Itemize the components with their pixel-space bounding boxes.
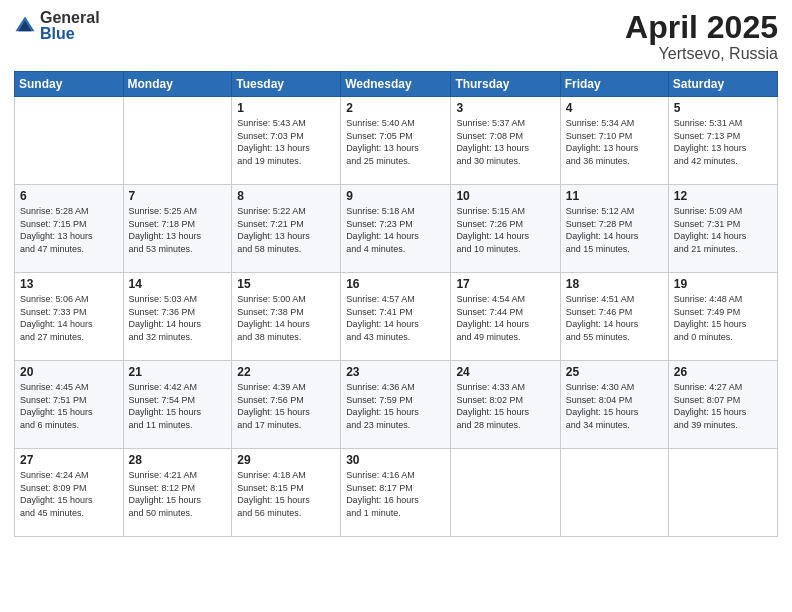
cell-text-w2-d5: Sunrise: 5:15 AMSunset: 7:26 PMDaylight:… (456, 205, 554, 255)
calendar-cell-w3-d4: 16Sunrise: 4:57 AMSunset: 7:41 PMDayligh… (341, 273, 451, 361)
calendar-cell-w3-d2: 14Sunrise: 5:03 AMSunset: 7:36 PMDayligh… (123, 273, 232, 361)
cell-text-w3-d6: Sunrise: 4:51 AMSunset: 7:46 PMDaylight:… (566, 293, 663, 343)
page: General Blue April 2025 Yertsevo, Russia… (0, 0, 792, 612)
logo-text: General Blue (40, 10, 100, 42)
calendar-week-1: 1Sunrise: 5:43 AMSunset: 7:03 PMDaylight… (15, 97, 778, 185)
calendar-cell-w2-d1: 6Sunrise: 5:28 AMSunset: 7:15 PMDaylight… (15, 185, 124, 273)
day-number-w3-d6: 18 (566, 277, 663, 291)
col-saturday: Saturday (668, 72, 777, 97)
day-number-w5-d2: 28 (129, 453, 227, 467)
cell-text-w2-d6: Sunrise: 5:12 AMSunset: 7:28 PMDaylight:… (566, 205, 663, 255)
calendar-cell-w4-d1: 20Sunrise: 4:45 AMSunset: 7:51 PMDayligh… (15, 361, 124, 449)
title-location: Yertsevo, Russia (625, 45, 778, 63)
day-number-w2-d4: 9 (346, 189, 445, 203)
day-number-w5-d1: 27 (20, 453, 118, 467)
calendar-cell-w5-d4: 30Sunrise: 4:16 AMSunset: 8:17 PMDayligh… (341, 449, 451, 537)
calendar-cell-w1-d5: 3Sunrise: 5:37 AMSunset: 7:08 PMDaylight… (451, 97, 560, 185)
day-number-w3-d3: 15 (237, 277, 335, 291)
title-block: April 2025 Yertsevo, Russia (625, 10, 778, 63)
calendar-header-row: Sunday Monday Tuesday Wednesday Thursday… (15, 72, 778, 97)
cell-text-w1-d5: Sunrise: 5:37 AMSunset: 7:08 PMDaylight:… (456, 117, 554, 167)
day-number-w4-d5: 24 (456, 365, 554, 379)
day-number-w4-d7: 26 (674, 365, 772, 379)
calendar-cell-w4-d2: 21Sunrise: 4:42 AMSunset: 7:54 PMDayligh… (123, 361, 232, 449)
day-number-w2-d7: 12 (674, 189, 772, 203)
cell-text-w4-d5: Sunrise: 4:33 AMSunset: 8:02 PMDaylight:… (456, 381, 554, 431)
col-thursday: Thursday (451, 72, 560, 97)
day-number-w4-d6: 25 (566, 365, 663, 379)
header: General Blue April 2025 Yertsevo, Russia (14, 10, 778, 63)
cell-text-w2-d1: Sunrise: 5:28 AMSunset: 7:15 PMDaylight:… (20, 205, 118, 255)
cell-text-w3-d7: Sunrise: 4:48 AMSunset: 7:49 PMDaylight:… (674, 293, 772, 343)
day-number-w2-d5: 10 (456, 189, 554, 203)
cell-text-w3-d4: Sunrise: 4:57 AMSunset: 7:41 PMDaylight:… (346, 293, 445, 343)
day-number-w2-d1: 6 (20, 189, 118, 203)
logo-general-text: General (40, 10, 100, 26)
logo-blue-text: Blue (40, 26, 100, 42)
day-number-w1-d4: 2 (346, 101, 445, 115)
cell-text-w2-d4: Sunrise: 5:18 AMSunset: 7:23 PMDaylight:… (346, 205, 445, 255)
day-number-w1-d7: 5 (674, 101, 772, 115)
cell-text-w5-d4: Sunrise: 4:16 AMSunset: 8:17 PMDaylight:… (346, 469, 445, 519)
calendar-cell-w3-d1: 13Sunrise: 5:06 AMSunset: 7:33 PMDayligh… (15, 273, 124, 361)
calendar-cell-w1-d6: 4Sunrise: 5:34 AMSunset: 7:10 PMDaylight… (560, 97, 668, 185)
day-number-w4-d2: 21 (129, 365, 227, 379)
cell-text-w4-d1: Sunrise: 4:45 AMSunset: 7:51 PMDaylight:… (20, 381, 118, 431)
cell-text-w4-d4: Sunrise: 4:36 AMSunset: 7:59 PMDaylight:… (346, 381, 445, 431)
cell-text-w4-d6: Sunrise: 4:30 AMSunset: 8:04 PMDaylight:… (566, 381, 663, 431)
calendar-cell-w2-d3: 8Sunrise: 5:22 AMSunset: 7:21 PMDaylight… (232, 185, 341, 273)
calendar-cell-w3-d3: 15Sunrise: 5:00 AMSunset: 7:38 PMDayligh… (232, 273, 341, 361)
calendar-week-2: 6Sunrise: 5:28 AMSunset: 7:15 PMDaylight… (15, 185, 778, 273)
cell-text-w4-d2: Sunrise: 4:42 AMSunset: 7:54 PMDaylight:… (129, 381, 227, 431)
calendar-cell-w2-d4: 9Sunrise: 5:18 AMSunset: 7:23 PMDaylight… (341, 185, 451, 273)
cell-text-w3-d2: Sunrise: 5:03 AMSunset: 7:36 PMDaylight:… (129, 293, 227, 343)
cell-text-w1-d3: Sunrise: 5:43 AMSunset: 7:03 PMDaylight:… (237, 117, 335, 167)
calendar-cell-w2-d5: 10Sunrise: 5:15 AMSunset: 7:26 PMDayligh… (451, 185, 560, 273)
day-number-w1-d5: 3 (456, 101, 554, 115)
cell-text-w2-d3: Sunrise: 5:22 AMSunset: 7:21 PMDaylight:… (237, 205, 335, 255)
logo-icon (14, 15, 36, 37)
cell-text-w1-d7: Sunrise: 5:31 AMSunset: 7:13 PMDaylight:… (674, 117, 772, 167)
calendar-table: Sunday Monday Tuesday Wednesday Thursday… (14, 71, 778, 537)
calendar-cell-w4-d4: 23Sunrise: 4:36 AMSunset: 7:59 PMDayligh… (341, 361, 451, 449)
col-wednesday: Wednesday (341, 72, 451, 97)
col-friday: Friday (560, 72, 668, 97)
calendar-cell-w4-d5: 24Sunrise: 4:33 AMSunset: 8:02 PMDayligh… (451, 361, 560, 449)
day-number-w4-d1: 20 (20, 365, 118, 379)
calendar-week-3: 13Sunrise: 5:06 AMSunset: 7:33 PMDayligh… (15, 273, 778, 361)
day-number-w3-d1: 13 (20, 277, 118, 291)
day-number-w3-d4: 16 (346, 277, 445, 291)
day-number-w4-d3: 22 (237, 365, 335, 379)
cell-text-w1-d6: Sunrise: 5:34 AMSunset: 7:10 PMDaylight:… (566, 117, 663, 167)
calendar-cell-w1-d2 (123, 97, 232, 185)
day-number-w2-d2: 7 (129, 189, 227, 203)
cell-text-w4-d3: Sunrise: 4:39 AMSunset: 7:56 PMDaylight:… (237, 381, 335, 431)
col-sunday: Sunday (15, 72, 124, 97)
calendar-cell-w4-d3: 22Sunrise: 4:39 AMSunset: 7:56 PMDayligh… (232, 361, 341, 449)
day-number-w4-d4: 23 (346, 365, 445, 379)
col-tuesday: Tuesday (232, 72, 341, 97)
day-number-w2-d6: 11 (566, 189, 663, 203)
calendar-cell-w2-d6: 11Sunrise: 5:12 AMSunset: 7:28 PMDayligh… (560, 185, 668, 273)
day-number-w5-d3: 29 (237, 453, 335, 467)
calendar-week-4: 20Sunrise: 4:45 AMSunset: 7:51 PMDayligh… (15, 361, 778, 449)
cell-text-w2-d7: Sunrise: 5:09 AMSunset: 7:31 PMDaylight:… (674, 205, 772, 255)
calendar-cell-w5-d6 (560, 449, 668, 537)
calendar-cell-w5-d7 (668, 449, 777, 537)
calendar-cell-w5-d5 (451, 449, 560, 537)
calendar-cell-w4-d6: 25Sunrise: 4:30 AMSunset: 8:04 PMDayligh… (560, 361, 668, 449)
col-monday: Monday (123, 72, 232, 97)
day-number-w2-d3: 8 (237, 189, 335, 203)
calendar-cell-w3-d5: 17Sunrise: 4:54 AMSunset: 7:44 PMDayligh… (451, 273, 560, 361)
calendar-cell-w5-d1: 27Sunrise: 4:24 AMSunset: 8:09 PMDayligh… (15, 449, 124, 537)
day-number-w1-d3: 1 (237, 101, 335, 115)
calendar-cell-w1-d3: 1Sunrise: 5:43 AMSunset: 7:03 PMDaylight… (232, 97, 341, 185)
cell-text-w2-d2: Sunrise: 5:25 AMSunset: 7:18 PMDaylight:… (129, 205, 227, 255)
logo: General Blue (14, 10, 100, 42)
calendar-week-5: 27Sunrise: 4:24 AMSunset: 8:09 PMDayligh… (15, 449, 778, 537)
calendar-cell-w3-d7: 19Sunrise: 4:48 AMSunset: 7:49 PMDayligh… (668, 273, 777, 361)
calendar-cell-w2-d7: 12Sunrise: 5:09 AMSunset: 7:31 PMDayligh… (668, 185, 777, 273)
calendar-cell-w2-d2: 7Sunrise: 5:25 AMSunset: 7:18 PMDaylight… (123, 185, 232, 273)
calendar-cell-w1-d4: 2Sunrise: 5:40 AMSunset: 7:05 PMDaylight… (341, 97, 451, 185)
cell-text-w4-d7: Sunrise: 4:27 AMSunset: 8:07 PMDaylight:… (674, 381, 772, 431)
